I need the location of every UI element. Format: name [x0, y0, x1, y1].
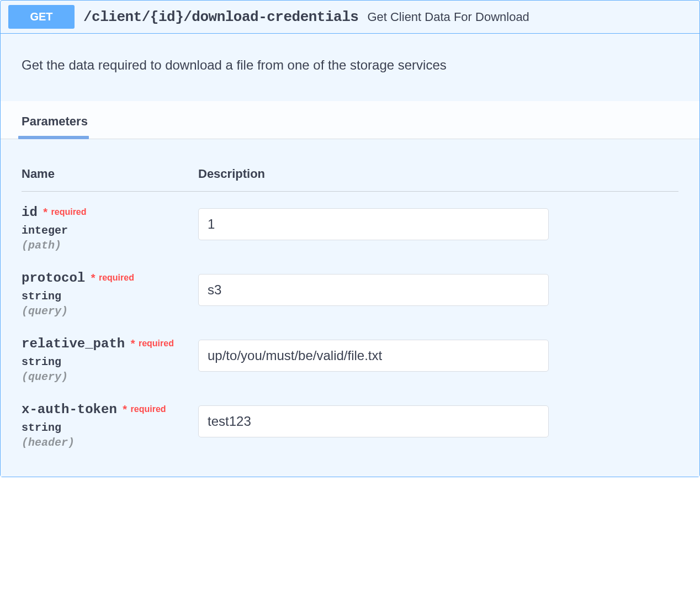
param-input-protocol[interactable] — [198, 274, 549, 306]
param-type: integer — [22, 224, 198, 237]
tab-parameters[interactable]: Parameters — [1, 101, 103, 139]
param-type: string — [22, 421, 198, 434]
required-label: required — [139, 339, 174, 348]
parameters-table: Name Description id * required integer (… — [22, 160, 678, 455]
param-location: (path) — [22, 239, 198, 252]
param-type: string — [22, 356, 198, 368]
param-input-x-auth-token[interactable] — [198, 405, 549, 437]
param-type: string — [22, 290, 198, 303]
tab-header: Parameters — [1, 101, 699, 139]
param-name: id — [22, 205, 38, 220]
required-label: required — [51, 207, 87, 216]
required-star: * — [123, 403, 127, 415]
operation-summary-row[interactable]: GET /client/{id}/download-credentials Ge… — [1, 1, 699, 34]
param-name: protocol — [22, 271, 85, 286]
param-location: (query) — [22, 371, 198, 383]
required-star: * — [91, 272, 96, 284]
param-input-relative-path[interactable] — [198, 340, 549, 372]
operation-body: Get the data required to download a file… — [1, 34, 699, 477]
column-header-description: Description — [198, 160, 678, 192]
param-location: (query) — [22, 305, 198, 318]
required-star: * — [43, 206, 47, 218]
endpoint-title: Get Client Data For Download — [367, 10, 529, 24]
param-name: relative_path — [22, 336, 125, 351]
required-star: * — [131, 337, 135, 350]
required-label: required — [131, 404, 166, 414]
http-method-badge: GET — [8, 5, 75, 29]
parameter-row: relative_path * required string (query) — [22, 323, 678, 389]
parameter-row: id * required integer (path) — [22, 191, 678, 257]
api-operation-block: GET /client/{id}/download-credentials Ge… — [0, 0, 700, 477]
description-text: Get the data required to download a file… — [22, 56, 678, 75]
parameter-row: protocol * required string (query) — [22, 257, 678, 323]
parameters-section: Name Description id * required integer (… — [1, 139, 699, 477]
column-header-name: Name — [22, 160, 198, 192]
description-section: Get the data required to download a file… — [1, 34, 699, 101]
required-label: required — [99, 273, 134, 282]
param-name: x-auth-token — [22, 402, 117, 417]
param-input-id[interactable] — [198, 208, 549, 240]
parameter-row: x-auth-token * required string (header) — [22, 389, 678, 455]
param-location: (header) — [22, 436, 198, 449]
endpoint-path: /client/{id}/download-credentials — [83, 9, 358, 25]
